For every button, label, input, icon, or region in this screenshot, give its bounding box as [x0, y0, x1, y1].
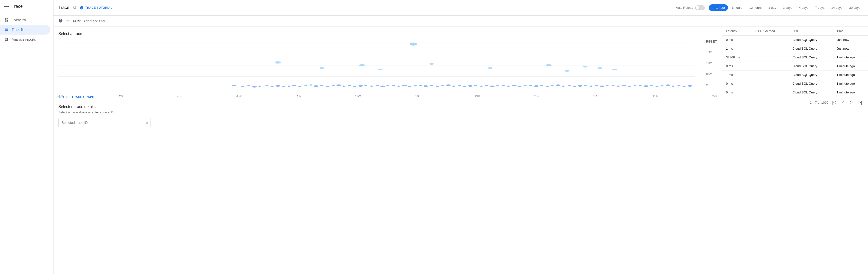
sidebar-item-trace-list-label: Trace list [12, 28, 25, 32]
svg-point-58 [463, 86, 466, 87]
svg-point-29 [304, 85, 307, 86]
svg-point-66 [507, 86, 510, 87]
svg-point-71 [534, 85, 538, 87]
svg-point-60 [474, 85, 477, 86]
svg-point-37 [348, 85, 351, 86]
svg-point-62 [485, 85, 488, 86]
col-time[interactable]: Time ↓ [833, 27, 868, 35]
svg-point-72 [540, 85, 543, 86]
time-filter-1hour[interactable]: 1 hour [709, 4, 728, 11]
svg-point-93 [655, 86, 658, 87]
svg-point-54 [441, 85, 444, 86]
time-filter-14days[interactable]: 14 days [828, 4, 845, 11]
cell-url: Cloud SQL Query [788, 79, 833, 88]
svg-point-91 [644, 85, 648, 87]
svg-point-74 [551, 85, 554, 86]
svg-point-67 [512, 85, 517, 86]
hamburger-icon[interactable] [4, 5, 9, 8]
cell-latency: 0 ms [722, 62, 751, 71]
svg-point-6 [275, 61, 281, 63]
table-row[interactable]: 0 ms Cloud SQL Query 1 minute ago [722, 79, 868, 88]
table-row[interactable]: 1 ms Cloud SQL Query Just now [722, 44, 868, 53]
time-filter-30days[interactable]: 30 days [846, 4, 863, 11]
svg-point-19 [247, 85, 250, 86]
svg-point-21 [258, 86, 261, 87]
svg-point-94 [661, 85, 663, 86]
svg-point-53 [436, 86, 439, 87]
svg-point-46 [397, 86, 400, 87]
time-filter-12hours[interactable]: 12 hours [746, 4, 765, 11]
cell-url: Cloud SQL Query [788, 62, 833, 71]
svg-point-95 [666, 84, 670, 86]
table-row[interactable]: 1 ms Cloud SQL Query 1 minute ago [722, 71, 868, 79]
table-row[interactable]: 0 ms Cloud SQL Query 1 minute ago [722, 88, 868, 97]
cell-url: Cloud SQL Query [788, 53, 833, 62]
table-row[interactable]: 0 ms Cloud SQL Query 1 minute ago [722, 62, 868, 71]
auto-reload-section: Auto Reload [676, 5, 705, 10]
trace-tutorial-button[interactable]: TRACE TUTORIAL [80, 6, 112, 10]
pagination-first-button[interactable]: |< [830, 99, 838, 106]
svg-point-51 [424, 85, 428, 87]
cell-http-method [751, 44, 789, 53]
sidebar-item-overview[interactable]: Overview [0, 15, 50, 25]
svg-point-42 [376, 85, 379, 86]
cell-http-method [751, 35, 789, 44]
pagination-prev-button[interactable]: < [840, 99, 846, 106]
sidebar-item-trace-list[interactable]: Trace list [0, 25, 50, 34]
svg-point-83 [600, 86, 604, 87]
cell-latency: 0 ms [722, 88, 751, 97]
svg-point-23 [271, 86, 274, 87]
auto-reload-toggle[interactable] [695, 5, 705, 10]
pagination-last-button[interactable]: >| [857, 99, 864, 106]
svg-point-59 [468, 85, 473, 87]
sidebar-item-overview-label: Overview [12, 18, 26, 22]
time-filter-7days[interactable]: 7 days [812, 4, 827, 11]
filter-input[interactable] [83, 19, 863, 23]
cell-url: Cloud SQL Query [788, 35, 833, 44]
time-filters: 1 hour 6 hours 12 hours 1 day 2 days 4 d… [709, 4, 863, 11]
svg-point-11 [488, 67, 492, 69]
svg-point-10 [429, 63, 434, 65]
cell-time: 1 minute ago [833, 53, 868, 62]
clear-trace-id-button[interactable]: ✕ [145, 120, 149, 125]
pagination-next-button[interactable]: > [848, 99, 855, 106]
svg-point-41 [370, 86, 373, 87]
chart-x-labels: 3:35 3:40 3:45 3:50 3:55 4 AM 4:05 4:10 … [58, 93, 717, 97]
svg-point-26 [287, 86, 290, 87]
svg-point-39 [359, 85, 363, 87]
time-filter-2days[interactable]: 2 days [780, 4, 795, 11]
svg-point-40 [364, 85, 367, 86]
cell-time: 1 minute ago [833, 71, 868, 79]
right-panel: Latency HTTP Method URL Time ↓ [722, 27, 868, 274]
trace-id-input[interactable] [59, 118, 151, 127]
svg-point-73 [546, 86, 549, 87]
cell-time: Just now [833, 44, 868, 53]
svg-point-77 [568, 85, 571, 86]
table-row[interactable]: 0 ms Cloud SQL Query Just now [722, 35, 868, 44]
time-filter-6hours[interactable]: 6 hours [729, 4, 745, 11]
svg-point-97 [677, 85, 680, 86]
time-filter-4days[interactable]: 4 days [796, 4, 811, 11]
svg-point-85 [612, 85, 615, 86]
cell-time: Just now [833, 35, 868, 44]
cell-url: Cloud SQL Query [788, 71, 833, 79]
svg-point-55 [446, 84, 451, 86]
trace-id-input-container: ✕ [58, 118, 151, 127]
trace-scatter-chart[interactable] [58, 40, 717, 93]
col-latency: Latency [722, 27, 751, 35]
svg-point-24 [276, 85, 280, 87]
svg-point-82 [595, 85, 598, 86]
sidebar-item-analysis-reports[interactable]: Analysis reports [0, 34, 50, 44]
svg-point-9 [378, 68, 382, 70]
toggle-knob [695, 6, 700, 10]
select-trace-title: Select a trace [58, 32, 717, 36]
svg-point-92 [650, 85, 653, 86]
svg-point-84 [606, 85, 609, 86]
sidebar: Trace Overview Trace list [0, 0, 54, 274]
svg-point-57 [458, 85, 461, 86]
svg-point-17 [232, 85, 236, 86]
table-row[interactable]: 38366 ms Cloud SQL Query 1 minute ago [722, 53, 868, 62]
svg-point-90 [639, 85, 642, 86]
time-filter-1day[interactable]: 1 day [765, 4, 779, 11]
selected-trace-title: Selected trace details [58, 105, 717, 109]
